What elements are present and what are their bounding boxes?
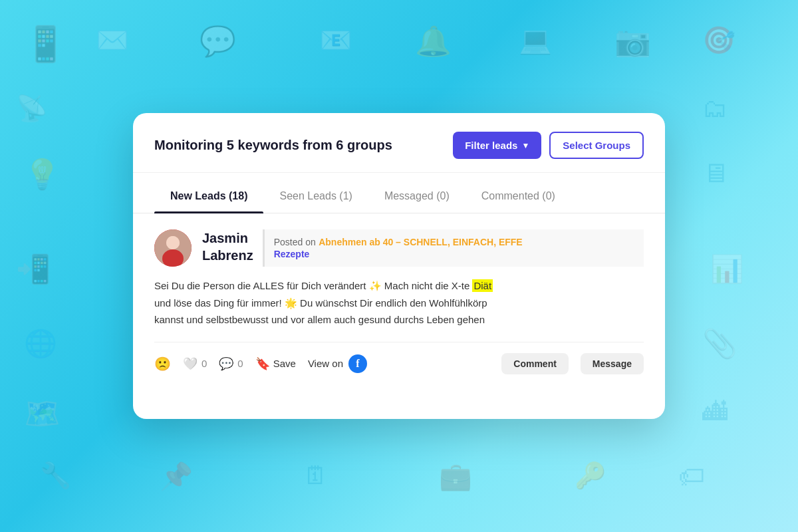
facebook-icon: f — [348, 354, 367, 373]
lead-name-line1: Jasmin — [202, 229, 253, 247]
lead-content: Sei Du die Person die ALLES für Dich ver… — [154, 277, 644, 329]
card-header: Monitoring 5 keywords from 6 groups Filt… — [133, 113, 665, 173]
heart-icon: 🤍 — [183, 356, 198, 371]
tabs-bar: New Leads (18) Seen Leads (1) Messaged (… — [133, 180, 665, 213]
avatar — [154, 229, 192, 267]
tab-seen-leads[interactable]: Seen Leads (1) — [263, 180, 368, 213]
save-label: Save — [273, 358, 296, 369]
filter-leads-button[interactable]: Filter leads ▼ — [453, 132, 541, 159]
chevron-down-icon: ▼ — [521, 141, 529, 150]
lead-meta-posted: Posted on Abnehmen ab 40 – SCHNELL, EINF… — [274, 236, 634, 248]
content-line3: kannst und selbstbewusst und vor allem a… — [154, 314, 485, 325]
comment-bubble-icon: 💬 — [219, 356, 233, 371]
comment-count: 0 — [237, 358, 243, 369]
header-actions: Filter leads ▼ Select Groups — [453, 132, 644, 159]
dislike-icon[interactable]: 🙁 — [154, 356, 171, 372]
like-count: 0 — [201, 358, 207, 369]
lead-name-line2: Labrenz — [202, 247, 253, 264]
content-highlight: Diät — [472, 279, 493, 292]
bookmark-icon: 🔖 — [255, 356, 270, 371]
content-line2: und löse das Ding für immer! 🌟 Du wünsch… — [154, 297, 487, 309]
select-groups-button[interactable]: Select Groups — [549, 132, 644, 159]
like-count-group[interactable]: 🤍 0 — [183, 356, 207, 371]
meta-group: Abnehmen ab 40 – SCHNELL, EINFACH, EFFE — [319, 237, 523, 247]
content-line1: Sei Du die Person die ALLES für Dich ver… — [154, 280, 472, 291]
tab-commented[interactable]: Commented (0) — [466, 180, 571, 213]
lead-item: Jasmin Labrenz Posted on Abnehmen ab 40 … — [133, 213, 665, 374]
message-button[interactable]: Message — [581, 353, 644, 374]
comment-button[interactable]: Comment — [501, 353, 569, 374]
lead-header: Jasmin Labrenz Posted on Abnehmen ab 40 … — [154, 229, 644, 267]
main-card: Monitoring 5 keywords from 6 groups Filt… — [133, 113, 665, 419]
svg-point-3 — [166, 236, 180, 249]
lead-name-block: Jasmin Labrenz — [202, 229, 253, 264]
meta-subgroup: Rezepte — [274, 249, 310, 259]
meta-prefix: Posted on — [274, 237, 316, 247]
view-on-label: View on — [308, 358, 343, 369]
save-action[interactable]: 🔖 Save — [255, 356, 296, 371]
header-title: Monitoring 5 keywords from 6 groups — [154, 138, 392, 153]
tab-messaged[interactable]: Messaged (0) — [368, 180, 466, 213]
view-on-group[interactable]: View on f — [308, 354, 367, 373]
tab-new-leads[interactable]: New Leads (18) — [154, 180, 263, 213]
comment-count-group[interactable]: 💬 0 — [219, 356, 243, 371]
lead-meta-block: Posted on Abnehmen ab 40 – SCHNELL, EINF… — [263, 229, 644, 267]
filter-leads-label: Filter leads — [465, 140, 517, 151]
lead-actions: 🙁 🤍 0 💬 0 🔖 Save View on f Comment — [154, 342, 644, 374]
